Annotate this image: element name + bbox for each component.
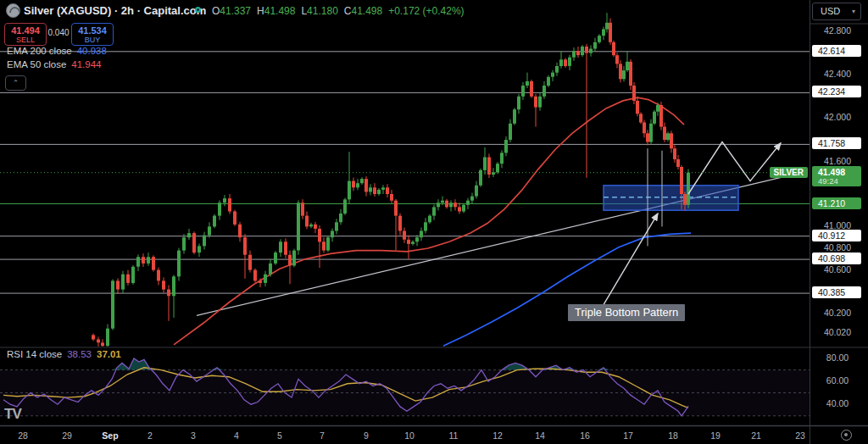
time-tick: 17 (614, 430, 643, 441)
time-tick: 9 (352, 430, 381, 441)
chevron-up-icon: ⌃ (13, 79, 19, 87)
time-tick: 3 (179, 430, 208, 441)
time-tick: Sep (96, 430, 125, 441)
time-tick: 23 (786, 430, 815, 441)
chart-window: Silver (XAGUSD) · 2h · Capital.com O41.3… (0, 0, 868, 444)
time-tick: 16 (570, 430, 599, 441)
time-tick: 19 (701, 430, 730, 441)
rsi-value: 38.53 (67, 349, 92, 359)
rsi-label: RSI 14 close (7, 349, 62, 359)
close-value: 41.498 (351, 5, 382, 17)
price-level-badge: 42.234 (812, 86, 861, 97)
chevron-down-icon: ▾ (852, 3, 855, 19)
time-tick: 2 (136, 430, 164, 441)
price-tick: 42.000 (811, 112, 864, 124)
price-tick: 42.400 (811, 69, 864, 80)
rsi-tick: 80.00 (811, 352, 864, 364)
chart-canvas[interactable] (0, 0, 868, 444)
rsi-tick: 40.00 (811, 398, 864, 410)
high-label: H (257, 5, 264, 17)
timezone-settings-icon[interactable] (841, 430, 852, 441)
price-level-badge: 40.912 (812, 230, 861, 241)
price-level-badge: 41.758 (812, 137, 861, 149)
ohlc-readout: O41.337H41.498L41.180C41.498+0.172 (+0.4… (212, 5, 465, 17)
bar-countdown: 49:24 (818, 177, 861, 186)
currency-selector[interactable]: USD ▾ (812, 3, 861, 20)
time-tick: 11 (439, 430, 468, 441)
rsi-legend[interactable]: RSI 14 close38.5337.01 (7, 349, 121, 359)
price-tick: 42.800 (811, 25, 864, 37)
market-status-icon[interactable] (195, 7, 201, 13)
price-tick: 40.200 (811, 308, 864, 319)
open-value: 41.337 (220, 5, 251, 17)
instrument-logo-icon (6, 3, 20, 18)
time-tick: 18 (659, 430, 687, 441)
buy-price: 41.534 (72, 25, 113, 36)
buy-button[interactable]: 41.534 BUY (71, 23, 114, 46)
tradingview-watermark: TV (4, 406, 21, 423)
high-value: 41.498 (264, 5, 296, 17)
rsi-tick: 60.00 (811, 375, 864, 387)
symbol-price-tag: SILVER (770, 167, 808, 178)
time-tick: 7 (308, 430, 337, 441)
time-tick: 5 (265, 430, 294, 441)
time-tick: 14 (526, 430, 554, 441)
price-level-badge: 42.614 (812, 45, 861, 57)
time-tick: 4 (222, 430, 251, 441)
currency-label: USD (821, 6, 840, 16)
price-tick: 40.020 (811, 327, 864, 339)
sell-price: 41.494 (5, 25, 46, 36)
sell-label: SELL (5, 36, 46, 44)
symbol-title[interactable]: Silver (XAGUSD) · 2h · Capital.com (24, 4, 206, 17)
collapse-legend-button[interactable]: ⌃ (5, 75, 26, 91)
time-tick: 10 (395, 430, 424, 441)
triple-bottom-pattern-label[interactable]: Triple Bottom Pattern (568, 304, 685, 321)
ema200-label: EMA 200 close (7, 46, 72, 56)
low-value: 41.180 (307, 5, 338, 17)
spread-value: 0.040 (47, 28, 70, 37)
green-level-badge: 41.210 (812, 197, 861, 209)
time-tick: 29 (53, 430, 81, 441)
ema50-value: 41.944 (71, 59, 101, 69)
price-level-badge: 40.698 (812, 253, 861, 264)
ema200-legend[interactable]: EMA 200 close40.938 (7, 46, 107, 56)
open-label: O (212, 5, 220, 17)
ema50-label: EMA 50 close (7, 59, 66, 69)
time-tick: 21 (742, 430, 771, 441)
current-price-value: 41.498 (818, 167, 861, 177)
sell-button[interactable]: 41.494 SELL (4, 23, 47, 46)
price-level-badge: 40.385 (812, 286, 861, 298)
current-price-badge: 41.49849:24 (812, 166, 861, 186)
rsi-ma-value: 37.01 (97, 349, 121, 359)
ema200-value: 40.938 (77, 46, 107, 56)
price-tick: 40.600 (811, 264, 864, 276)
time-tick: 28 (8, 430, 37, 441)
time-tick: 12 (483, 430, 512, 441)
buy-label: BUY (72, 36, 113, 44)
ema50-legend[interactable]: EMA 50 close41.944 (7, 59, 102, 69)
change-value: +0.172 (+0.42%) (388, 5, 464, 17)
